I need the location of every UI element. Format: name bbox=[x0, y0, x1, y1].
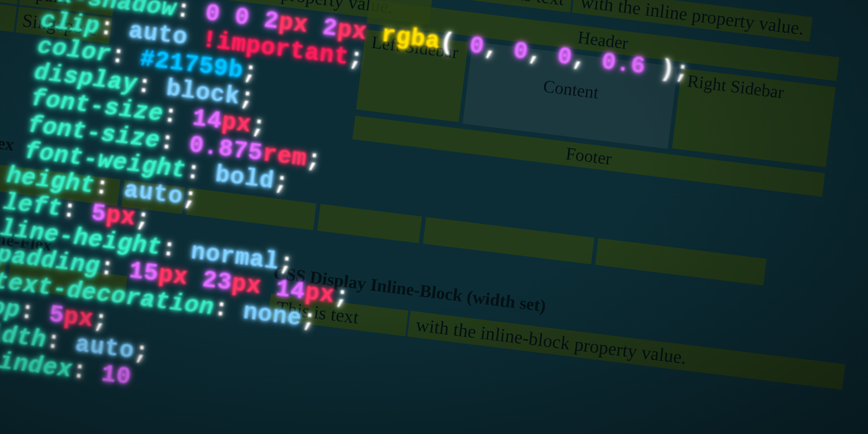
code-token bbox=[0, 80, 33, 112]
code-token bbox=[0, 27, 39, 59]
code-token: : bbox=[44, 328, 77, 358]
code-token: ; bbox=[305, 146, 323, 174]
code-token: : bbox=[98, 254, 131, 285]
code-token: : bbox=[110, 42, 142, 72]
code-token: : bbox=[135, 72, 168, 102]
code-token: ; bbox=[134, 205, 152, 234]
code-token bbox=[0, 54, 36, 86]
code-token: ; bbox=[347, 44, 365, 73]
code-token: ; bbox=[238, 84, 256, 113]
css-code-overlay: 323px #1f1f133 x-shadow: 0 0 2px 2px rgb… bbox=[0, 0, 868, 434]
code-token: ; bbox=[333, 283, 351, 311]
code-token: 15 bbox=[128, 258, 160, 288]
code-token: ( bbox=[439, 29, 471, 59]
code-token: ; bbox=[272, 168, 290, 197]
code-token: 14 bbox=[191, 105, 223, 136]
code-token: : bbox=[18, 298, 51, 328]
code-token: : bbox=[71, 358, 103, 388]
code-token: : bbox=[184, 158, 217, 188]
code-token: ; bbox=[250, 113, 268, 141]
code-token bbox=[0, 106, 29, 138]
code-token: px bbox=[104, 202, 137, 232]
code-token: , bbox=[570, 45, 603, 75]
code-token: ; bbox=[91, 306, 110, 335]
code-token: 23 bbox=[201, 267, 234, 297]
code-token: : bbox=[98, 13, 130, 44]
code-token: : bbox=[175, 0, 207, 27]
code-token: : bbox=[93, 173, 126, 204]
code-token: , bbox=[483, 34, 515, 65]
code-token: ; bbox=[673, 57, 691, 86]
code-token: ; bbox=[300, 305, 318, 334]
code-token: px bbox=[220, 109, 253, 140]
code-token: : bbox=[60, 196, 93, 226]
code-token: px bbox=[63, 303, 95, 333]
code-token: ; bbox=[181, 184, 199, 212]
code-token: : bbox=[160, 235, 193, 266]
code-token: 10 bbox=[100, 361, 132, 392]
code-token: ; bbox=[277, 250, 296, 278]
code-token: 14 bbox=[274, 275, 307, 306]
code-token: , bbox=[526, 40, 559, 70]
code-token: px bbox=[303, 279, 336, 309]
code-token: ) bbox=[644, 54, 676, 85]
code-token: ; bbox=[241, 58, 259, 86]
code-token: ; bbox=[132, 338, 150, 367]
code-token: : bbox=[212, 295, 245, 325]
code-token: : bbox=[158, 128, 191, 159]
code-token bbox=[0, 133, 26, 165]
code-token: 0.6 bbox=[600, 49, 647, 81]
code-token: : bbox=[162, 102, 194, 132]
